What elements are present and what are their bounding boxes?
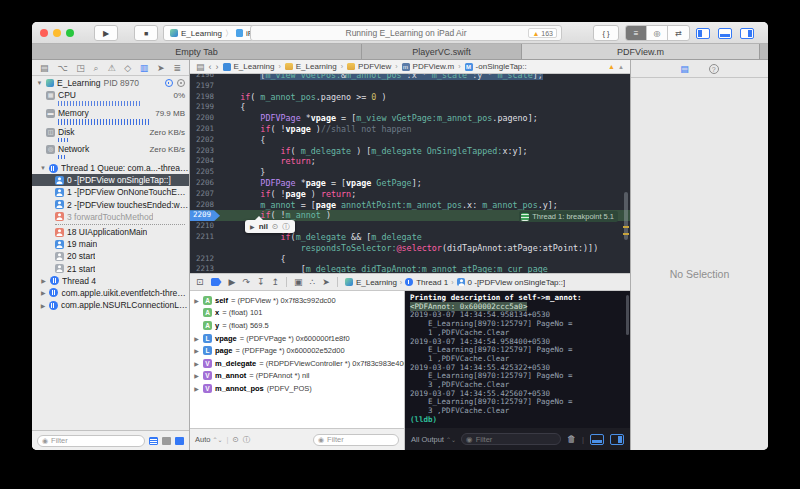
standard-editor-button[interactable]: ≡ — [626, 26, 647, 40]
help-inspector-icon[interactable]: ? — [709, 64, 719, 74]
stack-frame-row[interactable]: 19 main — [32, 238, 189, 250]
quicklook-icon[interactable]: ⊙ — [272, 222, 278, 231]
variable-row[interactable]: Ax= (float) 101 — [193, 307, 404, 320]
breakpoints-toggle-icon[interactable] — [211, 278, 222, 286]
code-line[interactable]: 2202 { — [190, 135, 630, 146]
variables-panel-toggle[interactable] — [590, 434, 604, 445]
process-view-options-icon[interactable] — [177, 79, 185, 87]
disclosure-triangle[interactable]: ▶ — [193, 297, 200, 304]
code-line[interactable]: 2206 PDFPage *page = [vpage GetPage]; — [190, 178, 630, 189]
stack-frame-row[interactable]: 20 start — [32, 250, 189, 262]
project-navigator-icon[interactable]: ▤ — [40, 60, 49, 76]
warning-count-badge[interactable]: ▲ 163 — [528, 28, 557, 38]
debug-breadcrumb-item[interactable]: 0 -[PDFView onSingleTap::] — [457, 278, 566, 287]
stack-frame-row[interactable]: 3 forwardTouchMethod — [32, 211, 189, 223]
code-line[interactable]: 2212 { — [190, 254, 630, 265]
tests-navigator-icon[interactable]: ◇ — [124, 60, 131, 76]
console-panel-toggle[interactable] — [610, 434, 624, 445]
gauge-cpu[interactable]: ▦CPU0% — [32, 89, 189, 106]
hide-debug-area-icon[interactable]: ⊡ — [196, 274, 204, 290]
pause-process-icon[interactable] — [165, 79, 173, 87]
stack-frame-row[interactable]: 2 -[PDFView touchesEnded:withEve... — [32, 199, 189, 211]
tab-playervc-swift[interactable]: PlayerVC.swift — [362, 44, 522, 59]
reports-navigator-icon[interactable]: ≣ — [173, 60, 181, 76]
simulate-location-icon[interactable]: ➤ — [322, 274, 330, 290]
related-items-icon[interactable]: ▤ — [196, 62, 205, 72]
step-over-icon[interactable]: ↷ — [242, 274, 250, 290]
print-description-icon[interactable]: ⓘ — [282, 222, 290, 232]
disclosure-triangle[interactable]: ▶ — [193, 347, 200, 354]
code-line[interactable]: 2200 PDFVPage *vpage = [m_view vGetPage:… — [190, 113, 630, 124]
version-editor-button[interactable]: ⇄ — [668, 26, 689, 40]
toggle-debug-area-button[interactable] — [718, 28, 732, 39]
assistant-editor-button[interactable]: ◎ — [647, 26, 668, 40]
variable-datatip[interactable]: ▶ nil ⊙ ⓘ — [245, 220, 295, 233]
stack-frame-row[interactable]: 21 start — [32, 263, 189, 275]
issues-navigator-icon[interactable]: ⚠ — [107, 60, 115, 76]
variable-row[interactable]: ▶Lvpage= (PDFVPage *) 0x600000f1e8f0 — [193, 332, 404, 345]
code-line[interactable]: 2211 if(m_delegate && [m_delegate — [190, 232, 630, 243]
zoom-window-button[interactable] — [66, 29, 74, 37]
debug-navigator-icon[interactable]: ▥ — [140, 60, 149, 76]
debug-breadcrumb-item[interactable]: E_Learning — [345, 278, 397, 287]
quicklook-button[interactable]: ⊙ — [233, 435, 239, 444]
stack-compact-toggle-icon[interactable] — [149, 437, 158, 445]
breakpoint-marker[interactable]: 2209 — [190, 210, 220, 221]
running-blocks-toggle-icon[interactable] — [175, 437, 184, 445]
code-line[interactable]: 2207 if( !page ) return; — [190, 189, 630, 200]
stack-frame-row[interactable]: 0 -[PDFView onSingleTap::] — [32, 174, 189, 186]
stack-frame-row[interactable]: 18 UIApplicationMain — [32, 226, 189, 238]
close-window-button[interactable] — [40, 29, 48, 37]
step-into-icon[interactable]: ↧ — [257, 274, 265, 290]
disclosure-triangle[interactable]: ▶ — [193, 385, 200, 392]
source-editor[interactable]: 2196 [m_view vGetPos:&m_annot_pos :x * m… — [190, 74, 630, 273]
stop-button[interactable]: ■ — [134, 25, 158, 41]
crashed-threads-toggle-icon[interactable] — [162, 437, 171, 445]
forward-icon[interactable]: › — [216, 62, 219, 72]
run-button[interactable]: ▶ — [94, 25, 118, 41]
clear-console-icon[interactable]: 🗑 — [567, 434, 576, 444]
code-line[interactable]: 2198 if( m_annot_pos.pageno >= 0 ) — [190, 92, 630, 103]
console-scope-select[interactable]: All Output ⌃⌄ — [411, 435, 456, 444]
toggle-inspector-button[interactable] — [740, 28, 754, 39]
thread-row[interactable]: ▼Thread 1 Queue: com.a...-thread (serial… — [32, 162, 189, 174]
disclosure-triangle[interactable]: ▼ — [36, 80, 43, 86]
breadcrumb-item[interactable]: M-onSingleTap:: — [465, 62, 527, 71]
step-out-icon[interactable]: ↥ — [272, 274, 280, 290]
code-line[interactable]: 2205 } — [190, 167, 630, 178]
tab-pdfview-m[interactable]: PDFView.m — [522, 44, 760, 59]
variable-row[interactable]: ▶Vm_annot_pos(PDFV_POS) — [193, 382, 404, 395]
tab-empty-tab[interactable]: Empty Tab — [32, 44, 362, 59]
breadcrumb-item[interactable]: E_Learning — [223, 62, 275, 71]
source-control-navigator-icon[interactable]: ⌥ — [57, 60, 67, 76]
minimize-window-button[interactable] — [53, 29, 61, 37]
navigator-filter-input[interactable]: ◉ Filter — [37, 435, 145, 447]
console-output[interactable]: Printing description of self->m_annot:<P… — [405, 291, 630, 428]
disclosure-triangle[interactable]: ▶ — [40, 289, 46, 296]
code-line[interactable]: respondsToSelector:@selector(didTapAnnot… — [190, 243, 630, 254]
thread-row[interactable]: ▶com.apple.uikit.eventfetch-thread (7) — [32, 287, 189, 299]
variable-row[interactable]: ▶Aself= (PDFView *) 0x7f83c992dc00 — [193, 294, 404, 307]
disclosure-triangle[interactable]: ▶ — [40, 277, 47, 284]
code-line[interactable]: 2204 return; — [190, 156, 630, 167]
breadcrumb-item[interactable]: PDFView — [347, 62, 391, 71]
back-icon[interactable]: ‹ — [209, 62, 212, 72]
code-review-button[interactable]: { } — [593, 25, 619, 41]
variable-row[interactable]: ▶Vm_delegate= (RDPDFViewController *) 0x… — [193, 357, 404, 370]
code-line[interactable]: 2196 [m_view vGetPos:&m_annot_pos :x * m… — [190, 74, 630, 81]
breadcrumb-item[interactable]: E_Learning — [285, 62, 337, 71]
disclosure-triangle[interactable]: ▼ — [40, 165, 46, 171]
gauge-memory[interactable]: ▬Memory79.9 MB — [32, 107, 189, 125]
variable-row[interactable]: ▶Vm_annot= (PDFAnnot *) nil — [193, 370, 404, 383]
console-scrollbar[interactable] — [626, 295, 629, 335]
code-line[interactable]: 2201 if( !vpage )//shall not happen — [190, 124, 630, 135]
info-button[interactable]: ⓘ — [243, 435, 251, 445]
disclosure-triangle[interactable]: ▶ — [193, 360, 200, 367]
disclosure-triangle[interactable]: ▶ — [40, 302, 46, 309]
variables-scope-select[interactable]: Auto ⌃⌄ — [195, 435, 223, 444]
code-line[interactable]: 2213 [m_delegate didTapAnnot:m_annot atP… — [190, 264, 630, 273]
breadcrumb-item[interactable]: mPDFView.m — [402, 62, 455, 71]
variable-row[interactable]: Ay= (float) 569.5 — [193, 319, 404, 332]
breakpoint-annotation[interactable]: Thread 1: breakpoint 5.1 — [519, 211, 618, 222]
process-row[interactable]: ▼ E_Learning PID 8970 — [32, 76, 189, 89]
